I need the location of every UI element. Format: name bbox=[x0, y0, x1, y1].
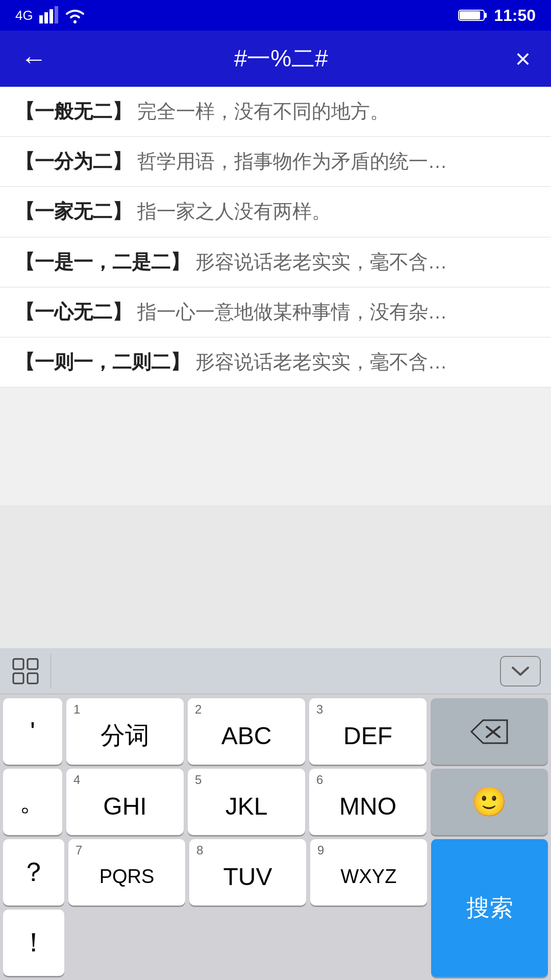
key-comma[interactable]: ' bbox=[3, 698, 62, 765]
key-row-1: ' 1 分词 2 ABC 3 DEF bbox=[3, 698, 548, 765]
key-9-num: 9 bbox=[317, 843, 324, 857]
key-abc-label: ABC bbox=[221, 722, 272, 750]
svg-rect-10 bbox=[13, 673, 23, 683]
svg-rect-6 bbox=[484, 13, 487, 18]
result-def-2: 哲学用语，指事物作为矛盾的统一… bbox=[137, 151, 447, 172]
key-pqrs[interactable]: 7 PQRS bbox=[68, 839, 185, 905]
backspace-icon bbox=[469, 718, 510, 746]
svg-rect-7 bbox=[460, 11, 480, 19]
svg-rect-3 bbox=[55, 6, 58, 23]
key-5-num: 5 bbox=[195, 773, 202, 787]
result-item-5[interactable]: 【一心无二】 指一心一意地做某种事情，没有杂… bbox=[0, 287, 551, 337]
key-wxyz-label: WXYZ bbox=[341, 866, 397, 888]
result-item-6[interactable]: 【一则一，二则二】 形容说话老老实实，毫不含… bbox=[0, 337, 551, 387]
key-row-2: 。 4 GHI 5 JKL 6 MNO 🙂 bbox=[3, 769, 548, 835]
key-4-num: 4 bbox=[73, 773, 80, 787]
result-item-1[interactable]: 【一般无二】 完全一样，没有不同的地方。 bbox=[0, 87, 551, 137]
key-period[interactable]: 。 bbox=[3, 769, 62, 835]
key-7-num: 7 bbox=[76, 843, 82, 857]
back-button[interactable]: ← bbox=[15, 38, 52, 79]
key-search-label: 搜索 bbox=[466, 892, 513, 924]
key-fenCi[interactable]: 1 分词 bbox=[66, 698, 184, 765]
key-abc[interactable]: 2 ABC bbox=[188, 698, 305, 765]
key-comma-label: ' bbox=[30, 716, 35, 747]
result-term-6: 【一则一，二则二】 bbox=[15, 351, 190, 373]
result-item-2[interactable]: 【一分为二】 哲学用语，指事物作为矛盾的统一… bbox=[0, 137, 551, 187]
result-def-1: 完全一样，没有不同的地方。 bbox=[137, 101, 389, 122]
key-1-num: 1 bbox=[73, 702, 80, 717]
key-jkl-label: JKL bbox=[226, 792, 268, 820]
key-def-label: DEF bbox=[343, 722, 392, 750]
key-def[interactable]: 3 DEF bbox=[309, 698, 427, 765]
key-ghi[interactable]: 4 GHI bbox=[66, 769, 184, 835]
key-question-label: ？ bbox=[20, 854, 47, 890]
result-def-5: 指一心一意地做某种事情，没有杂… bbox=[137, 301, 447, 323]
key-question[interactable]: ？ bbox=[3, 839, 64, 905]
empty-area bbox=[0, 505, 551, 648]
key-2-num: 2 bbox=[195, 702, 202, 717]
key-rows: ' 1 分词 2 ABC 3 DEF bbox=[0, 694, 551, 980]
key-tuv[interactable]: 8 TUV bbox=[189, 839, 306, 905]
close-button[interactable]: × bbox=[510, 38, 536, 79]
result-def-4: 形容说话老老实实，毫不含… bbox=[195, 251, 447, 273]
key-mno-label: MNO bbox=[339, 792, 396, 820]
key-row-3-4: ？ ！ 7 PQRS 8 TUV 9 WXYZ bbox=[3, 839, 548, 977]
keyboard-toolbar bbox=[0, 648, 551, 694]
signal-icon bbox=[38, 5, 59, 26]
key-ghi-label: GHI bbox=[103, 792, 146, 820]
svg-point-4 bbox=[73, 20, 77, 23]
result-term-4: 【一是一，二是二】 bbox=[15, 251, 190, 273]
status-left: 4G bbox=[15, 5, 86, 26]
result-term-5: 【一心无二】 bbox=[15, 301, 132, 323]
results-list: 【一般无二】 完全一样，没有不同的地方。 【一分为二】 哲学用语，指事物作为矛盾… bbox=[0, 87, 551, 505]
result-term-3: 【一家无二】 bbox=[15, 201, 132, 222]
key-pqrs-label: PQRS bbox=[99, 866, 155, 888]
keyboard-grid-icon[interactable] bbox=[10, 653, 51, 689]
key-search[interactable]: 搜索 bbox=[431, 839, 548, 977]
keyboard-collapse-button[interactable] bbox=[500, 656, 541, 687]
status-right: 11:50 bbox=[458, 6, 536, 25]
key-emoji[interactable]: 🙂 bbox=[431, 769, 548, 835]
key-wxyz[interactable]: 9 WXYZ bbox=[310, 839, 427, 905]
svg-rect-11 bbox=[28, 673, 38, 683]
key-exclaim-label: ！ bbox=[20, 925, 47, 961]
wifi-icon bbox=[64, 5, 86, 26]
result-def-3: 指一家之人没有两样。 bbox=[137, 201, 331, 222]
key-jkl[interactable]: 5 JKL bbox=[188, 769, 305, 835]
result-term-2: 【一分为二】 bbox=[15, 151, 132, 172]
emoji-icon: 🙂 bbox=[471, 785, 507, 819]
svg-rect-2 bbox=[49, 9, 53, 23]
result-item-3[interactable]: 【一家无二】 指一家之人没有两样。 bbox=[0, 187, 551, 237]
key-delete[interactable] bbox=[431, 698, 548, 765]
key-left-stack: ？ ！ bbox=[3, 839, 64, 977]
svg-rect-1 bbox=[44, 12, 48, 23]
key-period-label: 。 bbox=[19, 784, 46, 820]
svg-rect-8 bbox=[13, 659, 23, 669]
result-item-4[interactable]: 【一是一，二是二】 形容说话老老实实，毫不含… bbox=[0, 237, 551, 287]
key-mno[interactable]: 6 MNO bbox=[309, 769, 427, 835]
result-def-6: 形容说话老老实实，毫不含… bbox=[195, 351, 447, 373]
battery-icon bbox=[458, 8, 489, 23]
key-3-num: 3 bbox=[316, 702, 323, 717]
search-title: #一%二# bbox=[62, 43, 500, 75]
signal-text: 4G bbox=[15, 8, 33, 23]
key-fenCi-label: 分词 bbox=[101, 719, 149, 752]
svg-rect-9 bbox=[28, 659, 38, 669]
svg-rect-0 bbox=[39, 15, 43, 23]
status-bar: 4G 11:50 bbox=[0, 0, 551, 31]
key-8-num: 8 bbox=[196, 843, 203, 857]
key-exclaim[interactable]: ！ bbox=[3, 910, 64, 976]
header: ← #一%二# × bbox=[0, 31, 551, 87]
key-tuv-label: TUV bbox=[223, 863, 272, 891]
result-term-1: 【一般无二】 bbox=[15, 101, 132, 122]
time-display: 11:50 bbox=[494, 6, 536, 25]
keyboard: ' 1 分词 2 ABC 3 DEF bbox=[0, 648, 551, 980]
key-6-num: 6 bbox=[316, 773, 323, 787]
